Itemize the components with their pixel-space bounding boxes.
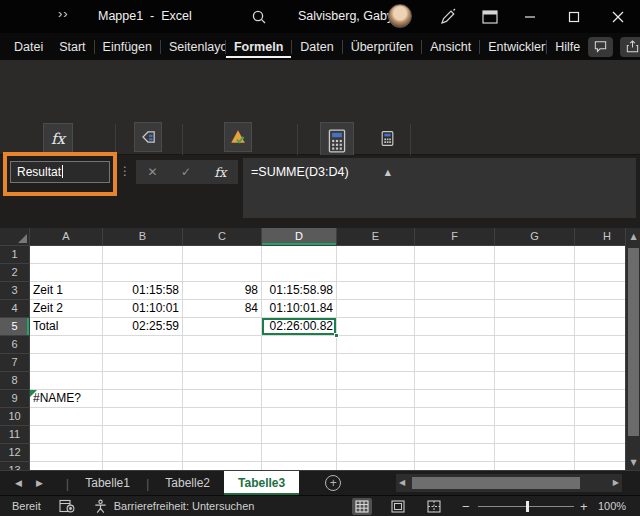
cell-C5[interactable] bbox=[183, 318, 262, 336]
cell-C3[interactable]: 98 bbox=[183, 282, 262, 300]
cell-D13[interactable] bbox=[262, 462, 337, 470]
cell-G13[interactable] bbox=[495, 462, 575, 470]
cell-D10[interactable] bbox=[262, 408, 337, 426]
cell-F8[interactable] bbox=[415, 372, 495, 390]
cell-C6[interactable] bbox=[183, 336, 262, 354]
cell-F4[interactable] bbox=[415, 300, 495, 318]
close-button[interactable] bbox=[596, 0, 640, 33]
cell-C4[interactable]: 84 bbox=[183, 300, 262, 318]
cell-G3[interactable] bbox=[495, 282, 575, 300]
user-name[interactable]: Salvisberg, Gaby bbox=[298, 9, 393, 23]
formula-auditing-warning-icon[interactable] bbox=[224, 122, 252, 152]
cell-B3[interactable]: 01:15:58 bbox=[103, 282, 183, 300]
cell-D5[interactable]: 02:26:00.82 bbox=[262, 318, 337, 336]
cell-G7[interactable] bbox=[495, 354, 575, 372]
insert-function-library-icon[interactable]: fx bbox=[43, 123, 73, 155]
page-break-preview-button[interactable] bbox=[424, 498, 444, 515]
row-header-4[interactable]: 4 bbox=[0, 300, 30, 318]
row-header-9[interactable]: 9 bbox=[0, 390, 30, 408]
cell-F2[interactable] bbox=[415, 264, 495, 282]
row-header-3[interactable]: 3 bbox=[0, 282, 30, 300]
macro-record-icon[interactable] bbox=[59, 499, 75, 513]
cell-C7[interactable] bbox=[183, 354, 262, 372]
column-header-A[interactable]: A bbox=[30, 228, 103, 246]
vertical-scrollbar[interactable]: ▲ ▼ bbox=[625, 228, 640, 470]
cell-A7[interactable] bbox=[30, 354, 103, 372]
cell-E7[interactable] bbox=[337, 354, 415, 372]
cell-G11[interactable] bbox=[495, 426, 575, 444]
collapse-formula-bar-icon[interactable]: ▲ bbox=[385, 168, 391, 177]
cell-E13[interactable] bbox=[337, 462, 415, 470]
cell-B4[interactable]: 01:10:01 bbox=[103, 300, 183, 318]
cell-D4[interactable]: 01:10:01.84 bbox=[262, 300, 337, 318]
cell-A6[interactable] bbox=[30, 336, 103, 354]
cell-A3[interactable]: Zeit 1 bbox=[30, 282, 103, 300]
ribbon-tab-seitenlayout[interactable]: Seitenlayout bbox=[161, 35, 225, 58]
cell-A8[interactable] bbox=[30, 372, 103, 390]
row-header-8[interactable]: 8 bbox=[0, 372, 30, 390]
maximize-button[interactable] bbox=[552, 0, 596, 33]
cell-A12[interactable] bbox=[30, 444, 103, 462]
cell-A5[interactable]: Total bbox=[30, 318, 103, 336]
accessibility-checker-icon[interactable] bbox=[93, 499, 108, 514]
cell-E6[interactable] bbox=[337, 336, 415, 354]
cell-G12[interactable] bbox=[495, 444, 575, 462]
cell-G5[interactable] bbox=[495, 318, 575, 336]
row-header-6[interactable]: 6 bbox=[0, 336, 30, 354]
minimize-button[interactable] bbox=[508, 0, 552, 33]
row-header-13[interactable]: 13 bbox=[0, 462, 30, 470]
cell-B11[interactable] bbox=[103, 426, 183, 444]
cell-E3[interactable] bbox=[337, 282, 415, 300]
row-header-12[interactable]: 12 bbox=[0, 444, 30, 462]
cell-D6[interactable] bbox=[262, 336, 337, 354]
ribbon-tab-entwicklertools[interactable]: Entwicklertools bbox=[480, 35, 546, 58]
cell-B12[interactable] bbox=[103, 444, 183, 462]
ribbon-tab-ansicht[interactable]: Ansicht bbox=[422, 35, 479, 58]
ribbon-display-options-icon[interactable] bbox=[480, 7, 500, 27]
cell-A9[interactable]: #NAME? bbox=[30, 390, 103, 408]
cell-F1[interactable] bbox=[415, 246, 495, 264]
cell-G6[interactable] bbox=[495, 336, 575, 354]
share-button[interactable] bbox=[620, 37, 640, 57]
cell-D1[interactable] bbox=[262, 246, 337, 264]
ribbon-tab-formeln[interactable]: Formeln bbox=[226, 35, 291, 58]
cell-D9[interactable] bbox=[262, 390, 337, 408]
cell-F12[interactable] bbox=[415, 444, 495, 462]
cell-B7[interactable] bbox=[103, 354, 183, 372]
cell-E2[interactable] bbox=[337, 264, 415, 282]
horizontal-scrollbar[interactable]: ◀ ▶ bbox=[396, 474, 622, 492]
column-header-B[interactable]: B bbox=[103, 228, 183, 246]
defined-names-tag-icon[interactable] bbox=[134, 122, 162, 152]
next-sheet-icon[interactable]: ▶ bbox=[29, 478, 50, 488]
row-header-7[interactable]: 7 bbox=[0, 354, 30, 372]
cell-F6[interactable] bbox=[415, 336, 495, 354]
cell-D7[interactable] bbox=[262, 354, 337, 372]
cell-D11[interactable] bbox=[262, 426, 337, 444]
cell-F11[interactable] bbox=[415, 426, 495, 444]
cell-A11[interactable] bbox=[30, 426, 103, 444]
cell-G2[interactable] bbox=[495, 264, 575, 282]
cell-E5[interactable] bbox=[337, 318, 415, 336]
cell-C10[interactable] bbox=[183, 408, 262, 426]
cell-G1[interactable] bbox=[495, 246, 575, 264]
cell-B13[interactable] bbox=[103, 462, 183, 470]
cell-E4[interactable] bbox=[337, 300, 415, 318]
comments-button[interactable] bbox=[588, 37, 613, 57]
cell-D8[interactable] bbox=[262, 372, 337, 390]
cancel-formula-icon[interactable]: ✕ bbox=[148, 165, 158, 179]
ribbon-tab-überprüfen[interactable]: Überprüfen bbox=[343, 35, 422, 58]
scroll-left-icon[interactable]: ◀ bbox=[399, 478, 405, 487]
cell-B1[interactable] bbox=[103, 246, 183, 264]
cell-E12[interactable] bbox=[337, 444, 415, 462]
user-avatar[interactable] bbox=[388, 4, 412, 28]
cell-A2[interactable] bbox=[30, 264, 103, 282]
cell-A13[interactable] bbox=[30, 462, 103, 470]
cell-D12[interactable] bbox=[262, 444, 337, 462]
ribbon-tab-daten[interactable]: Daten bbox=[292, 35, 341, 58]
horizontal-scrollbar-thumb[interactable] bbox=[412, 477, 580, 489]
previous-sheet-icon[interactable]: ◀ bbox=[8, 478, 29, 488]
cell-F10[interactable] bbox=[415, 408, 495, 426]
sheet-tab-tabelle1[interactable]: Tabelle1 bbox=[71, 471, 144, 496]
zoom-slider-thumb[interactable] bbox=[526, 501, 529, 512]
scroll-right-icon[interactable]: ▶ bbox=[613, 478, 619, 487]
